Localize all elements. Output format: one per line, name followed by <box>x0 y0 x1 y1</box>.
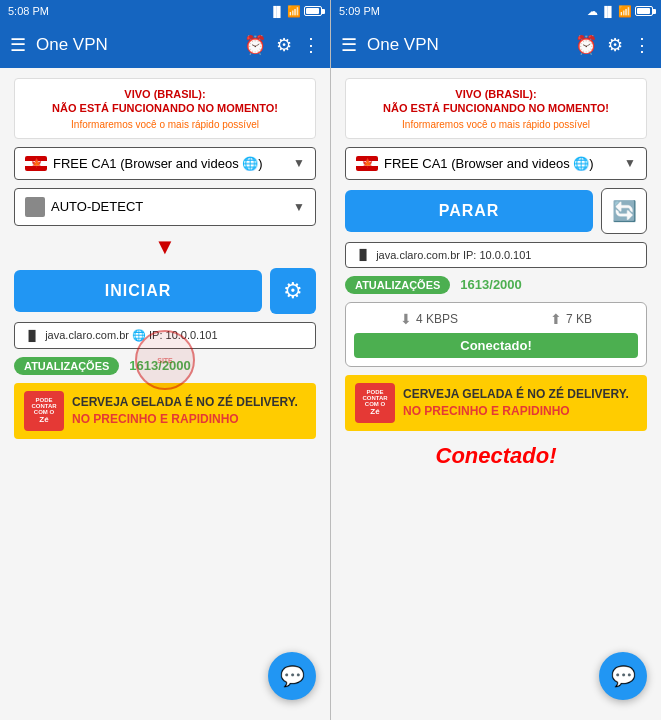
right-time: 5:09 PM <box>339 5 380 17</box>
left-fab[interactable]: 💬 <box>268 652 316 700</box>
right-notice-sub: Informaremos você o mais rápido possível <box>354 119 638 130</box>
left-server-dropdown-arrow: ▼ <box>293 156 305 170</box>
left-server-dropdown[interactable]: FREE CA1 (Browser and videos 🌐) ▼ <box>14 147 316 180</box>
left-app-title: One VPN <box>36 35 234 55</box>
right-canada-flag <box>356 156 378 171</box>
right-status-icons: ☁ ▐▌ 📶 <box>587 5 653 18</box>
right-updates-count: 1613/2000 <box>460 277 521 292</box>
left-protocol-dropdown[interactable]: AUTO-DETECT ▼ <box>14 188 316 226</box>
left-gear-icon: ⚙ <box>283 278 303 304</box>
right-battery-icon <box>635 6 653 16</box>
right-ad-banner[interactable]: PODE CONTAR COM O Zé CERVEJA GELADA É NO… <box>345 375 647 431</box>
right-info-row: ▐▌ java.claro.com.br IP: 10.0.0.101 <box>345 242 647 268</box>
right-ad-text: CERVEJA GELADA É NO ZÉ DELIVERY. NO PREC… <box>403 386 629 420</box>
left-ad-logo: PODE CONTAR COM O Zé <box>24 391 64 431</box>
right-refresh-icon: 🔄 <box>612 199 637 223</box>
right-status-bar: 5:09 PM ☁ ▐▌ 📶 <box>331 0 661 22</box>
right-info-text: java.claro.com.br IP: 10.0.0.101 <box>376 249 531 261</box>
left-notice-sub: Informaremos você o mais rápido possível <box>23 119 307 130</box>
right-ad-logo: PODE CONTAR COM O Zé <box>355 383 395 423</box>
right-fab-icon: 💬 <box>611 664 636 688</box>
left-alarm-icon[interactable]: ⏰ <box>244 34 266 56</box>
right-upload-stat: ⬆ 7 KB <box>550 311 592 327</box>
left-content: VIVO (BRASIL): NÃO ESTÁ FUNCIONANDO NO M… <box>0 68 330 720</box>
right-down-speed: 4 KBPS <box>416 312 458 326</box>
right-server-dropdown-text: FREE CA1 (Browser and videos 🌐) <box>384 156 618 171</box>
left-wifi-icon: 📶 <box>287 5 301 18</box>
left-buttons-row: INICIAR ⚙ <box>14 268 316 314</box>
left-menu-icon[interactable]: ☰ <box>10 34 26 56</box>
right-up-size: 7 KB <box>566 312 592 326</box>
left-updates-row: ATUALIZAÇÕES 1613/2000 <box>14 357 316 375</box>
right-content: VIVO (BRASIL): NÃO ESTÁ FUNCIONANDO NO M… <box>331 68 661 720</box>
left-signal-icon: ▐▌ <box>270 6 284 17</box>
right-menu-icon[interactable]: ☰ <box>341 34 357 56</box>
left-protocol-dropdown-arrow: ▼ <box>293 200 305 214</box>
right-signal-icon: ▐▌ <box>601 6 615 17</box>
right-stats-row: ⬇ 4 KBPS ⬆ 7 KB <box>354 311 638 327</box>
left-status-bar: 5:08 PM ▐▌ 📶 <box>0 0 330 22</box>
right-download-stat: ⬇ 4 KBPS <box>400 311 458 327</box>
right-server-dropdown[interactable]: FREE CA1 (Browser and videos 🌐) ▼ <box>345 147 647 180</box>
left-notice-box: VIVO (BRASIL): NÃO ESTÁ FUNCIONANDO NO M… <box>14 78 316 139</box>
right-atualizacoes-badge: ATUALIZAÇÕES <box>345 276 450 294</box>
left-info-text: java.claro.com.br 🌐 IP: 10.0.0.101 <box>45 329 217 342</box>
iniciar-button[interactable]: INICIAR <box>14 270 262 312</box>
left-time: 5:08 PM <box>8 5 49 17</box>
left-settings-icon[interactable]: ⚙ <box>276 34 292 56</box>
right-updates-row: ATUALIZAÇÕES 1613/2000 <box>345 276 647 294</box>
left-app-bar: ☰ One VPN ⏰ ⚙ ⋮ <box>0 22 330 68</box>
left-status-icons: ▐▌ 📶 <box>270 5 322 18</box>
left-auto-detect-icon <box>25 197 45 217</box>
left-canada-flag <box>25 156 47 171</box>
right-phone-panel: 5:09 PM ☁ ▐▌ 📶 ☰ One VPN ⏰ ⚙ ⋮ VIVO (BRA… <box>331 0 661 720</box>
left-notice-title: VIVO (BRASIL): NÃO ESTÁ FUNCIONANDO NO M… <box>23 87 307 116</box>
right-app-title: One VPN <box>367 35 565 55</box>
left-atualizacoes-badge: ATUALIZAÇÕES <box>14 357 119 375</box>
right-wifi-icon: 📶 <box>618 5 632 18</box>
left-arrow-indicator: ▼ <box>14 234 316 260</box>
right-stats-box: ⬇ 4 KBPS ⬆ 7 KB Conectado! <box>345 302 647 367</box>
right-connected-bar: Conectado! <box>354 333 638 358</box>
right-settings-icon[interactable]: ⚙ <box>607 34 623 56</box>
right-connected-text: Conectado! <box>345 443 647 469</box>
left-ad-text: CERVEJA GELADA É NO ZÉ DELIVERY. NO PREC… <box>72 394 298 428</box>
right-buttons-row: PARAR 🔄 <box>345 188 647 234</box>
right-refresh-button[interactable]: 🔄 <box>601 188 647 234</box>
left-protocol-dropdown-text: AUTO-DETECT <box>51 199 287 214</box>
parar-button[interactable]: PARAR <box>345 190 593 232</box>
left-fab-icon: 💬 <box>280 664 305 688</box>
left-phone-panel: 5:08 PM ▐▌ 📶 ☰ One VPN ⏰ ⚙ ⋮ VIVO (BRASI… <box>0 0 330 720</box>
right-notice-title: VIVO (BRASIL): NÃO ESTÁ FUNCIONANDO NO M… <box>354 87 638 116</box>
left-more-icon[interactable]: ⋮ <box>302 34 320 56</box>
left-down-arrow: ▼ <box>154 234 176 260</box>
left-info-row: ▐▌ java.claro.com.br 🌐 IP: 10.0.0.101 <box>14 322 316 349</box>
right-fab[interactable]: 💬 <box>599 652 647 700</box>
right-cloud-icon: ☁ <box>587 5 598 18</box>
right-notice-box: VIVO (BRASIL): NÃO ESTÁ FUNCIONANDO NO M… <box>345 78 647 139</box>
right-server-dropdown-arrow: ▼ <box>624 156 636 170</box>
right-alarm-icon[interactable]: ⏰ <box>575 34 597 56</box>
left-gear-button[interactable]: ⚙ <box>270 268 316 314</box>
right-app-bar: ☰ One VPN ⏰ ⚙ ⋮ <box>331 22 661 68</box>
right-upload-icon: ⬆ <box>550 311 562 327</box>
right-download-icon: ⬇ <box>400 311 412 327</box>
left-signal-small-icon: ▐▌ <box>25 330 39 341</box>
right-signal-small-icon: ▐▌ <box>356 249 370 260</box>
left-battery-icon <box>304 6 322 16</box>
right-more-icon[interactable]: ⋮ <box>633 34 651 56</box>
left-updates-count: 1613/2000 <box>129 358 190 373</box>
left-server-dropdown-text: FREE CA1 (Browser and videos 🌐) <box>53 156 287 171</box>
left-ad-banner[interactable]: PODE CONTAR COM O Zé CERVEJA GELADA É NO… <box>14 383 316 439</box>
